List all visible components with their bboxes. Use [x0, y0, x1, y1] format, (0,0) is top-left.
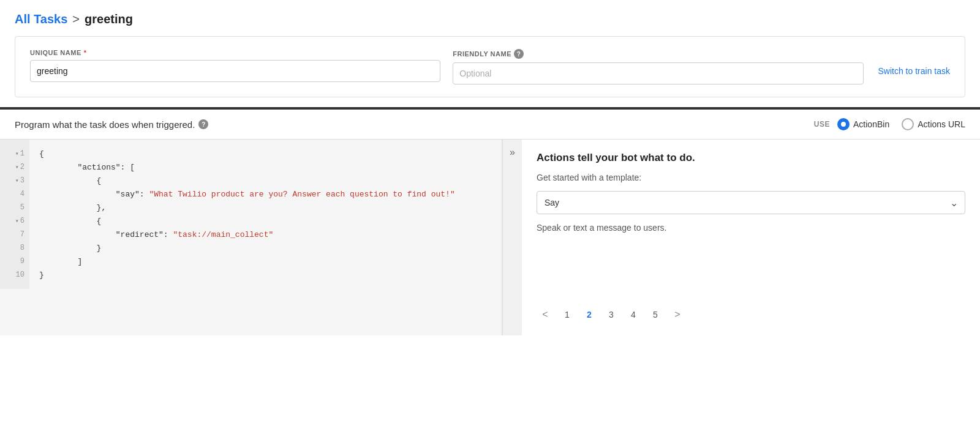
pagination-prev[interactable]: < — [537, 306, 554, 323]
code-line-10: } — [39, 268, 492, 282]
editor-toolbar: Program what the task does when triggere… — [0, 110, 980, 140]
code-line-4: "say": "What Twilio product are you? Ans… — [39, 187, 492, 201]
pagination: < 1 2 3 4 5 > — [537, 301, 965, 323]
editor-body: ▾1 ▾2 ▾3 4 5 ▾6 7 8 9 10 { "actions": [ — [0, 140, 980, 335]
code-lines: ▾1 ▾2 ▾3 4 5 ▾6 7 8 9 10 { "actions": [ — [0, 140, 502, 289]
friendly-name-label: FRIENDLY NAME ? — [453, 49, 863, 59]
friendly-name-field: FRIENDLY NAME ? — [453, 49, 863, 84]
task-form: UNIQUE NAME * FRIENDLY NAME ? Switch to … — [15, 36, 965, 97]
line-num-2: ▾2 — [0, 160, 29, 174]
radio-actionbin-label: ActionBin — [853, 119, 889, 129]
line-num-5: 5 — [0, 201, 29, 214]
panel-description: Speak or text a message to users. — [537, 223, 965, 233]
line-numbers: ▾1 ▾2 ▾3 4 5 ▾6 7 8 9 10 — [0, 140, 29, 289]
radio-actions-url-circle — [902, 118, 914, 130]
line-num-4: 4 — [0, 187, 29, 201]
code-line-5: }, — [39, 201, 492, 214]
radio-group: ActionBin Actions URL — [837, 118, 965, 130]
template-select[interactable]: Say Redirect Collect Handoff — [537, 191, 965, 214]
breadcrumb: All Tasks > greeting — [15, 12, 965, 26]
code-line-3: { — [39, 174, 492, 187]
collapse-panel-button[interactable]: » — [502, 140, 522, 335]
line-num-3: ▾3 — [0, 174, 29, 187]
editor-help-icon[interactable]: ? — [198, 119, 208, 129]
switch-to-train-task-link[interactable]: Switch to train task — [878, 49, 951, 76]
radio-actions-url-label: Actions URL — [918, 119, 965, 129]
required-indicator: * — [84, 49, 87, 56]
line-num-9: 9 — [0, 255, 29, 268]
pagination-page-5[interactable]: 5 — [647, 306, 664, 323]
code-line-7: "redirect": "task://main_collect" — [39, 228, 492, 241]
template-select-wrapper: Say Redirect Collect Handoff ⌄ — [537, 191, 965, 214]
code-line-8: } — [39, 241, 492, 255]
line-num-1: ▾1 — [0, 147, 29, 160]
unique-name-label: UNIQUE NAME * — [30, 49, 440, 56]
code-line-1: { — [39, 147, 492, 160]
code-content: { "actions": [ { "say": "What Twilio pro… — [29, 140, 502, 289]
pagination-page-4[interactable]: 4 — [625, 306, 642, 323]
use-label: USE — [814, 120, 830, 129]
unique-name-input[interactable] — [30, 60, 440, 82]
editor-description: Program what the task does when triggere… — [15, 119, 208, 130]
pagination-page-1[interactable]: 1 — [559, 306, 576, 323]
code-line-9: ] — [39, 255, 492, 268]
pagination-page-2[interactable]: 2 — [581, 306, 598, 323]
friendly-name-help-icon[interactable]: ? — [514, 49, 524, 59]
code-editor[interactable]: ▾1 ▾2 ▾3 4 5 ▾6 7 8 9 10 { "actions": [ — [0, 140, 502, 335]
pagination-page-3[interactable]: 3 — [603, 306, 620, 323]
unique-name-field: UNIQUE NAME * — [30, 49, 440, 84]
editor-section: Program what the task does when triggere… — [0, 110, 980, 335]
radio-actionbin[interactable]: ActionBin — [837, 118, 889, 130]
right-panel: Actions tell your bot what to do. Get st… — [522, 140, 980, 335]
panel-title: Actions tell your bot what to do. — [537, 152, 965, 164]
breadcrumb-separator: > — [72, 12, 80, 26]
pagination-next[interactable]: > — [669, 306, 686, 323]
breadcrumb-all-tasks[interactable]: All Tasks — [15, 12, 67, 26]
radio-actions-url[interactable]: Actions URL — [902, 118, 965, 130]
code-line-6: { — [39, 214, 492, 228]
line-num-7: 7 — [0, 228, 29, 241]
friendly-name-input[interactable] — [453, 62, 863, 84]
line-num-8: 8 — [0, 241, 29, 255]
line-num-10: 10 — [0, 268, 29, 282]
form-fields: UNIQUE NAME * FRIENDLY NAME ? — [30, 49, 864, 84]
radio-actionbin-circle — [837, 118, 850, 130]
code-line-2: "actions": [ — [39, 160, 492, 174]
collapse-icon: » — [510, 147, 515, 158]
panel-template-label: Get started with a template: — [537, 173, 965, 182]
line-num-6: ▾6 — [0, 214, 29, 228]
breadcrumb-current: greeting — [85, 12, 133, 26]
page-header: All Tasks > greeting — [0, 0, 980, 36]
